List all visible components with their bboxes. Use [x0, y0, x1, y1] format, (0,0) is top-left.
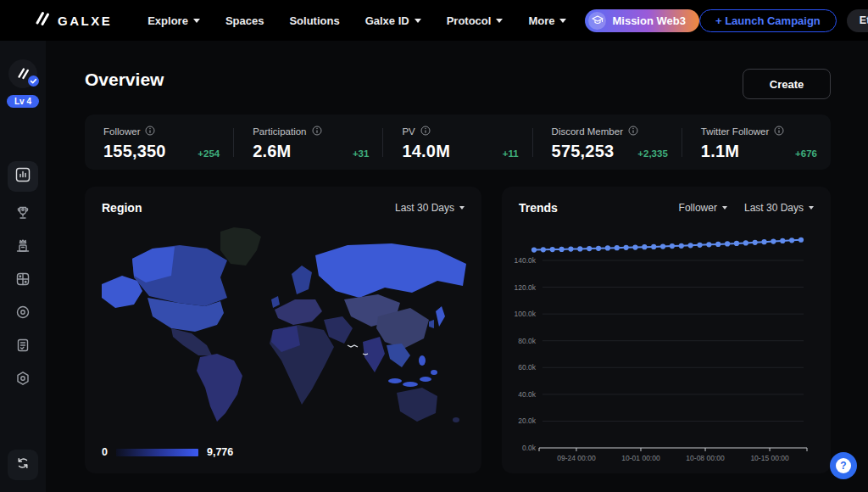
stat-delta: +11: [503, 148, 519, 159]
trends-range-selector[interactable]: Last 30 Days: [744, 202, 814, 214]
level-badge: Lv 4: [7, 95, 39, 108]
chevron-down-icon: [496, 19, 503, 23]
nav-item-spaces[interactable]: Spaces: [225, 14, 264, 27]
stat-label: Follower: [103, 126, 140, 137]
sidebar-item-quests[interactable]: [13, 204, 33, 225]
trends-line-chart: 0.0k20.0k40.0k60.0k80.0k100.0k120.0k140.…: [502, 222, 831, 473]
info-icon[interactable]: [774, 124, 784, 139]
trends-metric-selector[interactable]: Follower: [679, 202, 727, 214]
crown-podium-icon: [14, 238, 31, 258]
stat-delta: +31: [353, 148, 370, 159]
legend-gradient-bar: [116, 449, 198, 456]
sidebar-item-apps[interactable]: [13, 271, 33, 291]
stat-follower: Follower 155,350 +254: [85, 124, 233, 161]
sidebar-item-forms[interactable]: [13, 337, 33, 357]
svg-text:10-08 00:00: 10-08 00:00: [686, 454, 725, 462]
svg-text:20.0k: 20.0k: [518, 417, 537, 425]
world-map-choropleth: [93, 224, 473, 429]
target-icon: [14, 304, 31, 324]
brand-logo[interactable]: GALXE: [34, 10, 112, 31]
create-button[interactable]: Create: [743, 69, 831, 99]
stat-value: 155,350: [103, 142, 166, 161]
stat-delta: +2,335: [637, 148, 668, 159]
legend-max: 9,776: [207, 446, 233, 458]
trends-panel-title: Trends: [519, 201, 558, 215]
analytics-icon: [14, 165, 32, 187]
nav-item-protocol[interactable]: Protocol: [447, 14, 504, 27]
info-icon[interactable]: [145, 124, 155, 139]
main-content: Overview Create Follower 155,350 +254 Pa…: [46, 41, 868, 492]
sidebar-item-settings[interactable]: [13, 370, 33, 390]
chevron-down-icon: [459, 206, 465, 210]
apps-icon: [14, 271, 31, 291]
chevron-down-icon: [722, 206, 727, 210]
question-mark-icon: ?: [836, 458, 851, 473]
hexagon-settings-icon: [14, 370, 31, 390]
chevron-down-icon: [809, 206, 814, 210]
stat-delta: +254: [198, 148, 220, 159]
svg-text:60.0k: 60.0k: [518, 363, 537, 372]
chevron-down-icon: [415, 19, 421, 23]
stat-delta: +676: [795, 148, 817, 159]
nav-item-explore[interactable]: Explore: [147, 14, 200, 27]
nav-menu: Explore Spaces Solutions Galxe ID Protoc…: [147, 14, 566, 27]
legend-min: 0: [102, 446, 108, 458]
chevron-down-icon: [193, 19, 200, 23]
sidebar-sync-button[interactable]: [8, 450, 38, 480]
stat-value: 575,253: [552, 142, 615, 161]
mission-web3-button[interactable]: Mission Web3: [585, 9, 698, 32]
svg-text:10-15 00:00: 10-15 00:00: [750, 454, 789, 462]
stat-twitter-follower: Twitter Follower 1.1M +676: [682, 124, 831, 161]
svg-text:140.0k: 140.0k: [514, 256, 536, 265]
stat-label: PV: [402, 126, 415, 137]
info-icon[interactable]: [628, 124, 638, 139]
stat-value: 2.6M: [253, 142, 291, 161]
launch-campaign-button[interactable]: + Launch Campaign: [699, 9, 837, 32]
map-legend: 0 9,776: [102, 446, 233, 458]
document-icon: [14, 337, 31, 357]
svg-text:40.0k: 40.0k: [518, 390, 537, 399]
nav-item-solutions[interactable]: Solutions: [289, 14, 339, 27]
region-panel-title: Region: [102, 201, 142, 215]
svg-text:09-24 00:00: 09-24 00:00: [557, 454, 596, 462]
left-sidebar: Lv 4: [0, 41, 46, 492]
svg-text:80.0k: 80.0k: [518, 337, 537, 345]
stat-participation: Participation 2.6M +31: [234, 124, 382, 161]
sidebar-item-campaigns[interactable]: [13, 238, 33, 258]
graduation-cap-icon: [588, 12, 606, 30]
trends-panel: Trends Follower Last 30 Days 0.0k20.0k40…: [502, 187, 831, 473]
sidebar-item-tracks[interactable]: [13, 304, 33, 324]
chevron-down-icon: [559, 19, 566, 23]
trophy-icon: [14, 204, 31, 225]
navbar-actions: + Launch Campaign Ethereum: [699, 8, 868, 32]
region-panel: Region Last 30 Days: [85, 187, 481, 473]
region-range-selector[interactable]: Last 30 Days: [395, 202, 465, 214]
verified-badge-icon: [27, 75, 40, 91]
galxe-logo-icon: [34, 10, 51, 31]
brand-name: GALXE: [58, 14, 112, 28]
stat-label: Discord Member: [552, 126, 623, 137]
stat-pv: PV 14.0M +11: [383, 124, 531, 161]
help-button[interactable]: ?: [830, 452, 857, 479]
sidebar-item-analytics[interactable]: [8, 161, 38, 192]
nav-item-more[interactable]: More: [528, 14, 566, 27]
page-title: Overview: [85, 70, 164, 90]
stat-label: Twitter Follower: [701, 126, 770, 137]
top-navbar: GALXE Explore Spaces Solutions Galxe ID …: [0, 0, 868, 41]
map-greenland: [220, 227, 261, 266]
stats-panel: Follower 155,350 +254 Participation 2.6M…: [85, 115, 831, 170]
svg-text:120.0k: 120.0k: [514, 283, 536, 292]
svg-text:100.0k: 100.0k: [514, 310, 536, 318]
stat-discord-member: Discord Member 575,253 +2,335: [533, 124, 682, 161]
stat-value: 1.1M: [701, 142, 739, 161]
info-icon[interactable]: [420, 124, 431, 139]
stat-value: 14.0M: [402, 142, 450, 161]
stat-label: Participation: [253, 126, 306, 137]
network-selector-button[interactable]: Ethereum: [847, 9, 868, 32]
sync-icon: [15, 456, 31, 474]
svg-text:10-01 00:00: 10-01 00:00: [621, 454, 660, 462]
nav-item-galxe-id[interactable]: Galxe ID: [365, 14, 421, 27]
svg-text:0.0k: 0.0k: [522, 444, 537, 452]
info-icon[interactable]: [312, 124, 322, 139]
